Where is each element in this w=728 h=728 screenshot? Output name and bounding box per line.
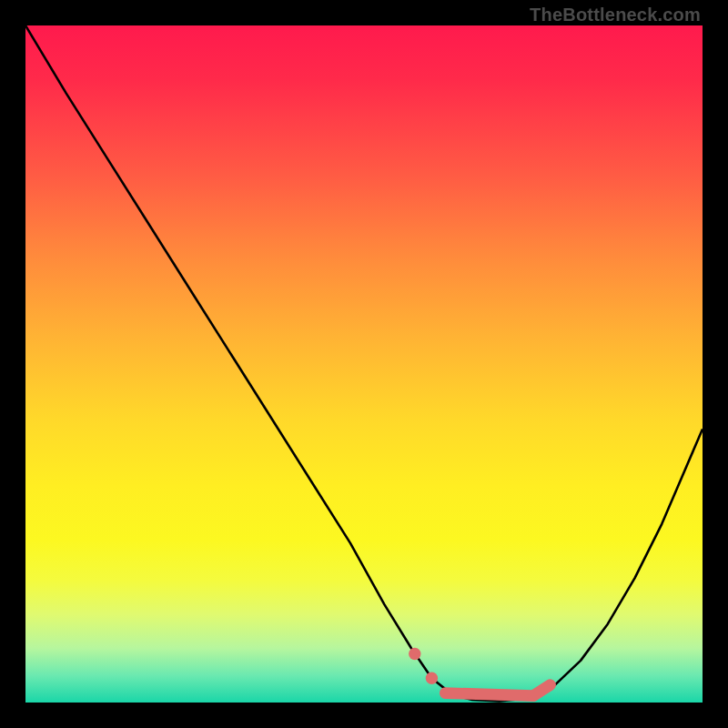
marker-dot (426, 672, 438, 684)
marker-overlay (409, 648, 551, 696)
plot-area (25, 25, 703, 703)
marker-segment (533, 685, 551, 696)
curve-layer (25, 25, 703, 703)
bottleneck-curve-path (25, 25, 703, 702)
bottleneck-curve (25, 25, 703, 702)
chart-stage: TheBottleneck.com (0, 0, 728, 728)
marker-segment (445, 693, 533, 696)
watermark-text: TheBottleneck.com (530, 5, 701, 24)
marker-dot (409, 648, 420, 660)
